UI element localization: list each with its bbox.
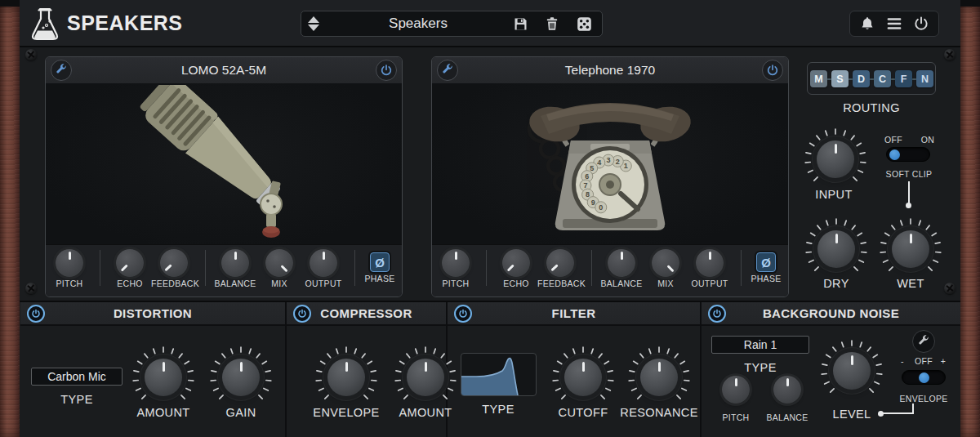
phase-button[interactable]: Ø: [756, 252, 776, 272]
routing-button-filter[interactable]: F: [895, 70, 912, 87]
noise-pitch-knob[interactable]: [722, 376, 750, 404]
balance-knob[interactable]: [608, 249, 635, 277]
compressor-envelope-knob[interactable]: [314, 345, 379, 410]
pitch-knob[interactable]: [56, 249, 83, 277]
speaker-image-microphone[interactable]: [46, 83, 402, 247]
envelope-off-label: OFF: [911, 356, 937, 366]
noise-level-knob[interactable]: [819, 338, 884, 404]
soft-clip-label: SOFT CLIP: [876, 169, 942, 179]
power-icon: [913, 16, 929, 32]
compressor-power-button[interactable]: [293, 305, 311, 323]
noise-envelope-toggle[interactable]: [902, 370, 946, 385]
preset-next-icon[interactable]: [308, 25, 319, 31]
noise-type-label: TYPE: [711, 361, 809, 374]
speaker-module-1: LOMO 52A-5M: [45, 56, 403, 297]
svg-text:7: 7: [583, 181, 587, 190]
knob-label: PITCH: [47, 279, 92, 288]
section-title: BACKGROUND NOISE: [702, 306, 960, 320]
filter-power-button[interactable]: [454, 305, 472, 323]
notifications-button[interactable]: [858, 14, 877, 33]
wrench-icon: [917, 335, 930, 348]
section-title: DISTORTION: [20, 306, 285, 320]
distortion-amount-knob[interactable]: [131, 345, 196, 410]
power-icon: [766, 64, 779, 77]
routing-button-distortion[interactable]: D: [853, 70, 870, 87]
dry-knob[interactable]: [804, 216, 869, 282]
feedback-knob[interactable]: [160, 249, 188, 277]
distortion-amount-label: AMOUNT: [122, 406, 204, 419]
flask-logo-icon: [28, 6, 62, 45]
echo-knob[interactable]: [116, 249, 144, 277]
input-label: INPUT: [801, 188, 866, 201]
soft-clip-off-label: OFF: [879, 135, 908, 145]
module-power-button[interactable]: [376, 60, 397, 81]
trash-icon: [544, 16, 560, 33]
bypass-power-button[interactable]: [911, 14, 931, 33]
save-preset-button[interactable]: [510, 14, 530, 33]
distortion-gain-knob[interactable]: [208, 345, 274, 410]
feedback-knob[interactable]: [546, 249, 574, 277]
balance-knob[interactable]: [221, 249, 249, 277]
preset-stepper[interactable]: [301, 16, 326, 31]
knob-label: OUTPUT: [687, 279, 733, 288]
toggle-thumb[interactable]: [919, 372, 929, 383]
mix-knob[interactable]: [265, 249, 293, 277]
svg-text:9: 9: [591, 198, 595, 207]
output-knob[interactable]: [310, 249, 337, 277]
soft-clip-toggle[interactable]: [886, 147, 930, 162]
screw: [944, 283, 956, 294]
connector-dot: [906, 203, 911, 208]
speaker-image-telephone[interactable]: 1234567890: [432, 83, 788, 247]
window-controls: [849, 11, 939, 37]
svg-text:1: 1: [624, 162, 628, 170]
module-power-button[interactable]: [762, 60, 783, 81]
power-icon: [380, 64, 393, 77]
distortion-type-selector[interactable]: Carbon Mic: [31, 368, 122, 386]
filter-cutoff-knob[interactable]: [550, 345, 616, 410]
plugin-window: SPEAKERS Speakers: [0, 0, 980, 437]
compressor-envelope-label: ENVELOPE: [305, 406, 387, 419]
divider: [591, 250, 592, 286]
delete-preset-button[interactable]: [542, 14, 562, 33]
noise-balance-knob[interactable]: [773, 376, 801, 404]
module-knob-row: PITCH ECHO FEEDBACK BALANCE MIX: [432, 244, 788, 297]
wet-knob[interactable]: [878, 216, 943, 282]
routing-button-speaker[interactable]: S: [831, 70, 849, 87]
envelope-plus-label: +: [935, 356, 951, 366]
svg-text:2: 2: [616, 158, 620, 166]
menu-button[interactable]: [884, 14, 904, 33]
module-edit-wrench-button[interactable]: [51, 60, 72, 81]
routing-button-mic[interactable]: M: [810, 70, 827, 87]
background-noise-power-button[interactable]: [708, 305, 726, 323]
module-edit-wrench-button[interactable]: [437, 60, 458, 81]
knob-label: OUTPUT: [301, 279, 346, 288]
input-knob[interactable]: [803, 127, 868, 192]
power-icon: [31, 309, 41, 319]
pitch-knob[interactable]: [442, 249, 470, 277]
noise-edit-wrench-button[interactable]: [912, 330, 935, 353]
mix-knob[interactable]: [652, 249, 679, 277]
phase-button[interactable]: Ø: [370, 252, 390, 272]
plugin-face: SPEAKERS Speakers: [20, 0, 960, 437]
floppy-disk-icon: [512, 16, 529, 33]
noise-balance-label: BALANCE: [755, 412, 820, 422]
output-knob[interactable]: [696, 249, 724, 277]
distortion-section: DISTORTION Carbon Mic TYPE AMOUNT GAIN: [20, 302, 285, 437]
section-header: COMPRESSOR: [287, 302, 446, 326]
filter-resonance-label: RESONANCE: [614, 406, 704, 419]
distortion-power-button[interactable]: [27, 305, 45, 323]
echo-knob[interactable]: [502, 249, 530, 277]
routing-button-noise[interactable]: N: [916, 70, 933, 87]
top-bar: SPEAKERS Speakers: [20, 0, 960, 47]
preset-name[interactable]: Speakers: [326, 16, 510, 32]
toggle-thumb[interactable]: [889, 149, 900, 160]
noise-type-selector[interactable]: Rain 1: [711, 336, 809, 354]
randomize-preset-button[interactable]: [574, 14, 594, 33]
routing-button-compressor[interactable]: C: [874, 70, 891, 87]
filter-resonance-knob[interactable]: [626, 345, 692, 410]
preset-prev-icon[interactable]: [308, 16, 319, 23]
soft-clip-on-label: ON: [913, 135, 942, 145]
power-icon: [297, 309, 307, 319]
filter-section: FILTER TYPE CUTOFF RE: [448, 302, 700, 437]
filter-type-display[interactable]: [461, 353, 537, 396]
